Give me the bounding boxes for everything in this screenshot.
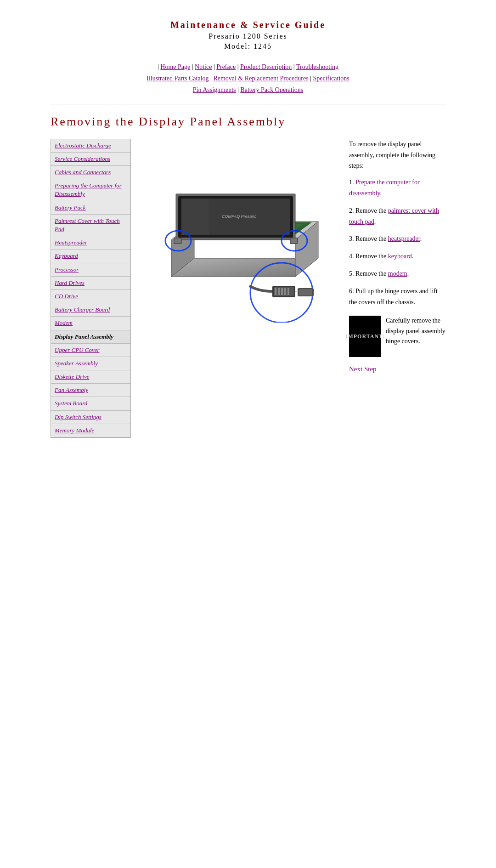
sidebar-item-modem[interactable]: Modem: [51, 317, 130, 330]
svg-rect-22: [274, 287, 294, 296]
svg-rect-23: [275, 288, 276, 295]
step-4-suffix: .: [412, 253, 414, 260]
important-label: IMPORTANT:: [349, 316, 381, 357]
important-box: IMPORTANT: Carefully remove the display …: [349, 316, 445, 357]
sidebar: Electrostatic Discharge Service Consider…: [51, 139, 131, 438]
step-3-suffix: .: [420, 235, 422, 242]
right-panel: To remove the display panel assembly, co…: [344, 139, 445, 375]
svg-rect-24: [278, 288, 280, 295]
sidebar-item-harddrives[interactable]: Hard Drives: [51, 277, 130, 290]
step-5: 5. Remove the modem.: [349, 268, 445, 279]
sidebar-item-upper-cpu[interactable]: Upper CPU Cover: [51, 344, 130, 357]
nav-battery-ops[interactable]: Battery Pack Operations: [240, 86, 303, 93]
svg-rect-29: [299, 289, 312, 295]
sidebar-item-battery[interactable]: Battery Pack: [51, 201, 130, 215]
step-3-link[interactable]: heatspreader: [388, 235, 420, 242]
step-4: 4. Remove the keyboard.: [349, 251, 445, 262]
sidebar-item-esd[interactable]: Electrostatic Discharge: [51, 139, 130, 153]
sidebar-item-cddrive[interactable]: CD Drive: [51, 290, 130, 303]
nav-pin[interactable]: Pin Assignments: [193, 86, 236, 93]
svg-rect-25: [281, 288, 283, 295]
sidebar-item-cables[interactable]: Cables and Connectors: [51, 166, 130, 179]
nav-specs[interactable]: Specifications: [313, 75, 349, 82]
sidebar-item-preparing[interactable]: Preparing the Computer for Disassembly: [51, 179, 130, 201]
svg-rect-27: [287, 288, 289, 295]
step-6-text: 6. Pull up the hinge covers and lift the…: [349, 288, 438, 306]
sidebar-item-heatspreader[interactable]: Heatspreader: [51, 236, 130, 250]
step-4-num: 4. Remove the: [349, 253, 388, 260]
subtitle2: Model: 1245: [51, 41, 445, 51]
svg-rect-26: [284, 288, 286, 295]
sidebar-item-system-board[interactable]: System Board: [51, 397, 130, 410]
step-1-link[interactable]: Prepare the computer for disassembly: [349, 179, 420, 197]
sidebar-item-display[interactable]: Display Panel Assembly: [51, 330, 130, 344]
nav-parts[interactable]: Illustrated Parts Catalog: [147, 75, 209, 82]
sidebar-item-processor[interactable]: Processor: [51, 263, 130, 277]
next-step-link[interactable]: Next Step: [349, 363, 445, 375]
step-5-suffix: .: [407, 270, 409, 277]
step-3: 3. Remove the heatspreader.: [349, 233, 445, 244]
step-2-num: 2. Remove the: [349, 207, 388, 214]
nav-bar: | Home Page | Notice | Preface | Product…: [51, 61, 445, 96]
nav-home[interactable]: Home Page: [160, 63, 190, 70]
sidebar-item-fan[interactable]: Fan Assembly: [51, 384, 130, 397]
nav-removal[interactable]: Removal & Replacement Procedures: [213, 75, 308, 82]
step-5-link[interactable]: modem: [388, 270, 407, 277]
intro-text: To remove the display panel assembly, co…: [349, 139, 445, 171]
main-content: COMPAQ Presario: [131, 139, 344, 323]
important-text: Carefully remove the display panel assem…: [386, 316, 445, 346]
page-title: Removing the Display Panel Assembly: [51, 113, 445, 130]
sidebar-item-palmrest[interactable]: Palmrest Cover with Touch Pad: [51, 215, 130, 236]
subtitle1: Presario 1200 Series: [51, 31, 445, 41]
nav-product[interactable]: Product Description: [240, 63, 292, 70]
step-4-link[interactable]: keyboard: [388, 253, 412, 260]
nav-troubleshooting[interactable]: Troubleshooting: [296, 63, 338, 70]
step-1: 1. Prepare the computer for disassembly.: [349, 177, 445, 199]
laptop-svg: COMPAQ Presario: [139, 139, 337, 323]
svg-rect-12: [181, 199, 209, 235]
step-1-suffix: .: [380, 190, 382, 197]
header: Maintenance & Service Guide Presario 120…: [51, 18, 445, 52]
sidebar-item-memory[interactable]: Memory Module: [51, 424, 130, 437]
content-layout: Electrostatic Discharge Service Consider…: [51, 139, 445, 438]
step-1-num: 1.: [349, 179, 355, 186]
svg-rect-16: [175, 238, 181, 243]
sidebar-item-speaker[interactable]: Speaker Assembly: [51, 357, 130, 370]
divider: [51, 104, 445, 104]
sidebar-item-diskette[interactable]: Diskette Drive: [51, 370, 130, 384]
sidebar-item-dip-switch[interactable]: Dip Switch Settings: [51, 411, 130, 424]
nav-preface[interactable]: Preface: [216, 63, 236, 70]
step-5-num: 5. Remove the: [349, 270, 388, 277]
laptop-diagram: COMPAQ Presario: [139, 139, 337, 323]
main-title: Maintenance & Service Guide: [51, 18, 445, 31]
step-2: 2. Remove the palmrest cover with touch …: [349, 205, 445, 227]
svg-text:COMPAQ Presario: COMPAQ Presario: [222, 214, 256, 219]
svg-rect-19: [291, 238, 297, 243]
step-3-num: 3. Remove the: [349, 235, 388, 242]
page-wrapper: Maintenance & Service Guide Presario 120…: [41, 0, 455, 465]
sidebar-item-charger[interactable]: Battery Charger Board: [51, 303, 130, 317]
sidebar-item-keyboard[interactable]: Keyboard: [51, 250, 130, 263]
sidebar-item-service[interactable]: Service Considerations: [51, 153, 130, 166]
step-2-suffix: .: [374, 218, 376, 225]
nav-notice[interactable]: Notice: [195, 63, 212, 70]
step-6: 6. Pull up the hinge covers and lift the…: [349, 286, 445, 308]
